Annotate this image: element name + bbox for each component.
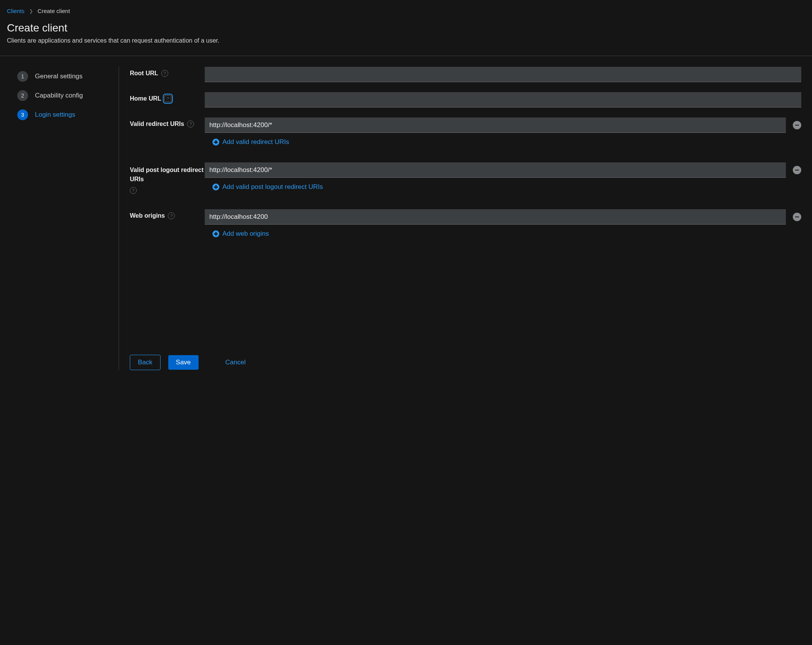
add-valid-redirect-uris-label: Add valid redirect URIs xyxy=(222,138,289,146)
step-number-3: 3 xyxy=(17,109,28,120)
save-button[interactable]: Save xyxy=(168,355,199,370)
remove-icon[interactable] xyxy=(793,213,801,221)
wizard-footer: Back Save Cancel xyxy=(130,339,801,370)
help-icon[interactable]: ? xyxy=(168,212,175,219)
web-origin-input[interactable] xyxy=(205,209,786,225)
cancel-button[interactable]: Cancel xyxy=(225,355,246,370)
step-label-login-settings: Login settings xyxy=(35,111,75,119)
page-description: Clients are applications and services th… xyxy=(7,37,805,44)
breadcrumb-current: Create client xyxy=(38,8,70,14)
step-number-2: 2 xyxy=(17,90,28,101)
valid-redirect-uris-label: Valid redirect URIs xyxy=(130,121,184,127)
page-title: Create client xyxy=(7,22,805,34)
web-origins-label: Web origins xyxy=(130,212,165,219)
step-number-1: 1 xyxy=(17,71,28,82)
valid-redirect-uri-input[interactable] xyxy=(205,117,786,133)
wizard-step-general-settings[interactable]: 1 General settings xyxy=(17,67,107,86)
remove-icon[interactable] xyxy=(793,166,801,174)
breadcrumb-clients-link[interactable]: Clients xyxy=(7,8,25,14)
add-valid-redirect-uris-button[interactable]: Add valid redirect URIs xyxy=(205,138,289,146)
remove-icon[interactable] xyxy=(793,121,801,129)
step-label-general-settings: General settings xyxy=(35,73,83,80)
add-valid-post-logout-redirect-uris-button[interactable]: Add valid post logout redirect URIs xyxy=(205,183,323,191)
home-url-input[interactable] xyxy=(205,92,801,108)
add-valid-post-logout-redirect-uris-label: Add valid post logout redirect URIs xyxy=(222,183,323,191)
add-web-origins-label: Add web origins xyxy=(222,230,269,238)
help-icon[interactable]: ? xyxy=(164,95,171,102)
back-button[interactable]: Back xyxy=(130,355,161,370)
help-icon[interactable]: ? xyxy=(161,70,168,77)
help-icon[interactable]: ? xyxy=(130,187,137,194)
add-web-origins-button[interactable]: Add web origins xyxy=(205,230,269,238)
wizard-step-login-settings[interactable]: 3 Login settings xyxy=(17,105,107,124)
root-url-input[interactable] xyxy=(205,67,801,82)
plus-circle-icon xyxy=(212,184,219,190)
wizard-nav: 1 General settings 2 Capability config 3… xyxy=(0,67,119,370)
valid-post-logout-redirect-uris-label: Valid post logout redirect URIs xyxy=(130,165,205,184)
step-label-capability-config: Capability config xyxy=(35,92,83,99)
chevron-right-icon: ❯ xyxy=(29,8,33,14)
breadcrumb: Clients ❯ Create client xyxy=(7,8,805,14)
valid-post-logout-redirect-uri-input[interactable] xyxy=(205,162,786,178)
help-icon[interactable]: ? xyxy=(187,121,194,127)
wizard-step-capability-config[interactable]: 2 Capability config xyxy=(17,86,107,105)
plus-circle-icon xyxy=(212,139,219,146)
home-url-label: Home URL xyxy=(130,95,161,102)
plus-circle-icon xyxy=(212,230,219,237)
root-url-label: Root URL xyxy=(130,70,158,77)
